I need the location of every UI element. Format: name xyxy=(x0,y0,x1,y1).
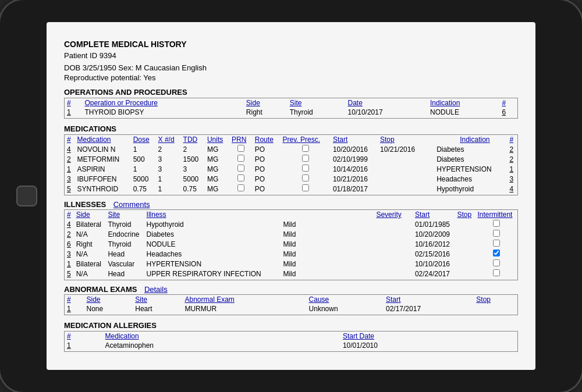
ill-intermittent[interactable] xyxy=(475,249,517,259)
ae-col-cause[interactable]: Cause xyxy=(307,295,384,304)
ill-num[interactable]: 1 xyxy=(65,259,74,269)
ae-col-exam[interactable]: Abnormal Exam xyxy=(182,295,306,304)
ae-num[interactable]: 1 xyxy=(65,304,84,313)
med-ref[interactable]: 1 xyxy=(507,164,517,174)
ill-intermittent[interactable] xyxy=(475,259,517,269)
med-col-start[interactable]: Start xyxy=(331,135,378,144)
ill-stop xyxy=(455,229,475,239)
ops-site: Thyroid xyxy=(288,108,346,117)
ill-col-start[interactable]: Start xyxy=(413,210,455,219)
med-col-indication[interactable]: Indication xyxy=(425,135,507,144)
med-num[interactable]: 4 xyxy=(65,144,75,154)
ill-num[interactable]: 4 xyxy=(65,219,74,229)
ill-num[interactable]: 5 xyxy=(65,269,74,279)
med-units: MG xyxy=(205,174,229,184)
ill-side: Bilateral xyxy=(74,219,106,229)
ill-num[interactable]: 2 xyxy=(65,229,74,239)
med-col-tdd[interactable]: TDD xyxy=(181,135,205,144)
ops-col-side[interactable]: Side xyxy=(244,98,288,108)
illnesses-comments-link[interactable]: Comments xyxy=(113,200,150,209)
ill-col-intermittent[interactable]: Intermittent xyxy=(475,210,517,219)
med-col-stop[interactable]: Stop xyxy=(378,135,425,144)
ill-col-severity[interactable]: Severity xyxy=(271,210,413,219)
ae-col-num[interactable]: # xyxy=(65,295,84,304)
med-prn[interactable] xyxy=(229,144,253,154)
tablet-home-button[interactable] xyxy=(16,186,37,206)
abnormal-exams-details-link[interactable]: Details xyxy=(144,285,168,294)
ops-col-indication[interactable]: Indication xyxy=(428,98,499,108)
illnesses-row: 5 N/A Head UPPER RESPIRATORY INFECTION M… xyxy=(65,269,517,279)
ma-num[interactable]: 1 xyxy=(65,341,103,350)
ill-num[interactable]: 6 xyxy=(65,239,74,249)
med-route: PO xyxy=(253,144,281,154)
med-dose: 0.75 xyxy=(131,184,156,194)
ill-illness: Hypothyroid xyxy=(144,219,272,229)
med-prn[interactable] xyxy=(229,154,253,164)
ma-col-start-date[interactable]: Start Date xyxy=(340,332,517,341)
ill-col-side[interactable]: Side xyxy=(74,210,106,219)
med-prev-presc[interactable] xyxy=(281,154,331,164)
med-prev-presc[interactable] xyxy=(281,144,331,154)
ill-intermittent[interactable] xyxy=(475,229,517,239)
med-ref[interactable]: 2 xyxy=(507,144,517,154)
med-col-units[interactable]: Units xyxy=(205,135,229,144)
med-prev-presc[interactable] xyxy=(281,174,331,184)
med-num[interactable]: 2 xyxy=(65,154,75,164)
med-indication: Diabetes xyxy=(425,154,507,164)
ill-col-num[interactable]: # xyxy=(65,210,74,219)
ae-col-start[interactable]: Start xyxy=(384,295,474,304)
ill-start: 10/16/2012 xyxy=(413,239,455,249)
ill-col-site[interactable]: Site xyxy=(105,210,144,219)
med-col-route[interactable]: Route xyxy=(253,135,281,144)
ill-intermittent[interactable] xyxy=(475,219,517,229)
med-num[interactable]: 5 xyxy=(65,184,75,194)
ill-intermittent[interactable] xyxy=(475,269,517,279)
ops-indication: NODULE xyxy=(428,108,499,117)
med-col-dose[interactable]: Dose xyxy=(131,135,156,144)
med-col-prev-presc[interactable]: Prev. Presc. xyxy=(281,135,331,144)
ill-start: 10/20/2009 xyxy=(413,229,455,239)
ops-num[interactable]: 1 xyxy=(65,108,83,117)
ae-col-site[interactable]: Site xyxy=(133,295,182,304)
medication-allergies-table: # Medication Start Date 1 Acetaminophen … xyxy=(65,332,517,350)
ill-intermittent[interactable] xyxy=(475,239,517,249)
med-ref[interactable]: 3 xyxy=(507,174,517,184)
ill-col-stop[interactable]: Stop xyxy=(455,210,475,219)
med-col-num[interactable]: # xyxy=(65,135,75,144)
med-prev-presc[interactable] xyxy=(281,184,331,194)
ill-severity: Mild xyxy=(271,229,413,239)
ill-stop xyxy=(455,259,475,269)
ops-col-procedure[interactable]: Operation or Procedure xyxy=(83,98,244,108)
ma-col-medication[interactable]: Medication xyxy=(103,332,340,341)
ops-col-site[interactable]: Site xyxy=(288,98,346,108)
med-num[interactable]: 3 xyxy=(65,174,75,184)
med-num[interactable]: 1 xyxy=(65,164,75,174)
ill-num[interactable]: 3 xyxy=(65,249,74,259)
med-prn[interactable] xyxy=(229,174,253,184)
ops-col-num[interactable]: # xyxy=(65,98,83,108)
med-route: PO xyxy=(253,184,281,194)
med-col-medication[interactable]: Medication xyxy=(75,135,131,144)
med-col-prn[interactable]: PRN xyxy=(229,135,253,144)
ill-col-illness[interactable]: Illness xyxy=(144,210,272,219)
med-tdd: 0.75 xyxy=(181,184,205,194)
med-ref[interactable]: 4 xyxy=(507,184,517,194)
med-start: 02/10/1999 xyxy=(331,154,378,164)
ops-ref[interactable]: 6 xyxy=(499,108,517,117)
med-prev-presc[interactable] xyxy=(281,164,331,174)
patient-dob-line: DOB 3/25/1950 Sex: M Caucasian English xyxy=(64,63,518,72)
med-prn[interactable] xyxy=(229,164,253,174)
page-title: COMPLETE MEDICAL HISTORY xyxy=(64,40,518,49)
med-prn[interactable] xyxy=(229,184,253,194)
med-ref[interactable]: 2 xyxy=(507,154,517,164)
med-units: MG xyxy=(205,154,229,164)
ae-col-side[interactable]: Side xyxy=(84,295,133,304)
ill-site: Thyroid xyxy=(105,239,144,249)
ma-col-num[interactable]: # xyxy=(65,332,103,341)
ae-col-stop[interactable]: Stop xyxy=(474,295,517,304)
ops-procedure: THYROID BIOPSY xyxy=(83,108,244,117)
ops-col-date[interactable]: Date xyxy=(346,98,428,108)
med-col-x-per-d[interactable]: X #/d xyxy=(156,135,181,144)
med-x-per-d: 3 xyxy=(156,154,181,164)
illnesses-row: 6 Right Thyroid NODULE Mild 10/16/2012 xyxy=(65,239,517,249)
